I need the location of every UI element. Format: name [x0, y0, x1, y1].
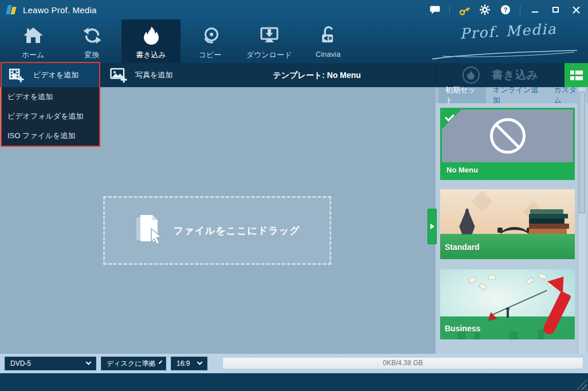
- titlebar-separator: [449, 5, 450, 14]
- template-thumb-no-menu[interactable]: No Menu: [440, 108, 575, 180]
- nav-tab-home[interactable]: ホーム: [3, 19, 62, 63]
- nav-tab-burn[interactable]: 書き込み: [121, 19, 181, 63]
- aspect-ratio-value: 16:9: [177, 359, 193, 367]
- money-note-art: [526, 277, 534, 284]
- quality-select[interactable]: ディスクに準拠: [101, 357, 166, 370]
- cinavia-unlock-icon: [320, 25, 337, 46]
- file-drop-zone[interactable]: ファイルをここにドラッグ: [103, 196, 331, 265]
- nav-label: 変換: [85, 50, 100, 60]
- nav-tab-download[interactable]: ダウンロード: [240, 19, 299, 63]
- red-arrow-head-art: [547, 271, 571, 294]
- register-key-icon[interactable]: [458, 4, 471, 15]
- tab-online-add[interactable]: オンライン追加: [486, 87, 547, 103]
- template-name: No Menu: [446, 166, 478, 174]
- chevron-down-icon: [86, 359, 92, 365]
- menu-item-add-video-folder[interactable]: ビデオフォルダを追加: [2, 107, 99, 126]
- burn-flame-icon: [143, 25, 160, 46]
- bottom-bar: DVD-5 ディスクに準拠 16:9 0KB/4.38 GB: [0, 354, 588, 373]
- add-video-label: ビデオを追加: [33, 70, 79, 80]
- nav-tab-cinavia[interactable]: Cinavia: [299, 19, 358, 63]
- template-panel: 初期セット オンライン追加 カスタム No Menu Standard: [436, 87, 588, 354]
- toolbar: ビデオを追加 写真を追加 テンプレート: No Menu 書き込み: [0, 63, 588, 87]
- titlebar-separator: [520, 5, 520, 14]
- photo-plus-icon: [110, 68, 127, 83]
- vase-art: [457, 209, 477, 235]
- quality-value: ディスクに準拠: [107, 359, 155, 369]
- header: Leawo Prof. Media: [0, 0, 588, 63]
- disc-copy-icon: [201, 25, 220, 46]
- template-selector[interactable]: テンプレート: No Menu: [198, 63, 436, 87]
- nav-tab-copy[interactable]: コピー: [181, 19, 240, 63]
- brand-swoosh-line: [431, 49, 580, 61]
- nav-label: ダウンロード: [246, 50, 292, 60]
- book-art: [529, 229, 567, 234]
- drop-hint-text: ファイルをここにドラッグ: [174, 224, 300, 237]
- close-icon[interactable]: [570, 4, 582, 15]
- prohibition-icon: [490, 118, 526, 154]
- minimize-icon[interactable]: [528, 4, 541, 15]
- app-title: Leawo Prof. Media: [23, 5, 96, 15]
- chevron-down-icon: [159, 360, 162, 363]
- toggle-panel-button[interactable]: [565, 63, 588, 87]
- nav-label: コピー: [199, 50, 222, 60]
- book-art: [530, 209, 563, 214]
- menu-item-add-iso[interactable]: ISO ファイルを追加: [2, 126, 99, 146]
- disc-capacity-bar: 0KB/4.38 GB: [222, 357, 583, 369]
- help-icon[interactable]: ?: [499, 4, 512, 15]
- add-photo-label: 写真を追加: [135, 70, 173, 80]
- tab-default-set[interactable]: 初期セット: [438, 87, 486, 103]
- titlebar: Leawo Prof. Media: [0, 0, 588, 19]
- brand-logo: Prof. Media: [437, 23, 580, 61]
- panel-scrollbar[interactable]: [578, 87, 586, 354]
- film-plus-icon: [8, 68, 24, 83]
- drag-file-icon: [135, 214, 164, 247]
- nav-tab-convert[interactable]: 変換: [62, 19, 121, 63]
- money-note-art: [538, 273, 547, 280]
- nav-label: Cinavia: [316, 50, 340, 58]
- template-name: Standard: [445, 243, 480, 252]
- home-icon: [23, 25, 44, 46]
- wallpaper-pattern: [472, 191, 493, 212]
- app-logo-icon: [6, 5, 17, 15]
- disc-type-select[interactable]: DVD-5: [5, 357, 96, 370]
- money-note-art: [468, 276, 477, 283]
- no-menu-art: [442, 110, 573, 162]
- feedback-icon[interactable]: [429, 4, 441, 15]
- add-video-button[interactable]: ビデオを追加: [0, 63, 100, 87]
- menu-item-add-video[interactable]: ビデオを追加: [2, 87, 99, 107]
- chevron-right-icon: [430, 224, 434, 229]
- settings-gear-icon[interactable]: [479, 4, 491, 15]
- add-video-dropdown-menu: ビデオを追加 ビデオフォルダを追加 ISO ファイルを追加: [2, 87, 99, 146]
- layout-icon: [570, 71, 583, 75]
- nav-label: ホーム: [22, 50, 45, 60]
- maximize-icon[interactable]: [549, 4, 562, 15]
- aspect-ratio-select[interactable]: 16:9: [171, 357, 207, 370]
- download-icon: [260, 25, 279, 46]
- status-footer: [0, 373, 588, 391]
- disc-type-value: DVD-5: [10, 359, 82, 367]
- add-photo-button[interactable]: 写真を追加: [100, 63, 198, 87]
- burn-circle-flame-icon: [462, 67, 480, 84]
- template-name: Business: [445, 324, 480, 333]
- template-thumb-business[interactable]: Business: [440, 269, 575, 339]
- rope-line-art: [489, 290, 547, 317]
- money-note-art: [479, 283, 487, 290]
- template-tabs: 初期セット オンライン追加 カスタム: [436, 87, 588, 103]
- template-thumb-standard[interactable]: Standard: [440, 189, 575, 259]
- person-art: [507, 311, 509, 318]
- scrollbar-thumb[interactable]: [579, 92, 585, 213]
- convert-icon: [83, 25, 102, 46]
- burn-action-label: 書き込み: [492, 68, 539, 83]
- resize-grip[interactable]: [577, 380, 587, 390]
- book-art: [529, 218, 565, 224]
- chevron-down-icon: [197, 359, 203, 365]
- book-art: [529, 214, 568, 218]
- panel-collapse-handle[interactable]: [428, 209, 437, 244]
- main-nav: ホーム 変換 書き込み: [3, 19, 358, 63]
- brand-text: Prof. Media: [436, 19, 580, 43]
- layout-icon: [570, 76, 583, 80]
- nav-label: 書き込み: [136, 50, 166, 60]
- money-note-art: [488, 275, 496, 280]
- burn-action-button[interactable]: 書き込み: [436, 63, 565, 87]
- book-art: [529, 224, 569, 229]
